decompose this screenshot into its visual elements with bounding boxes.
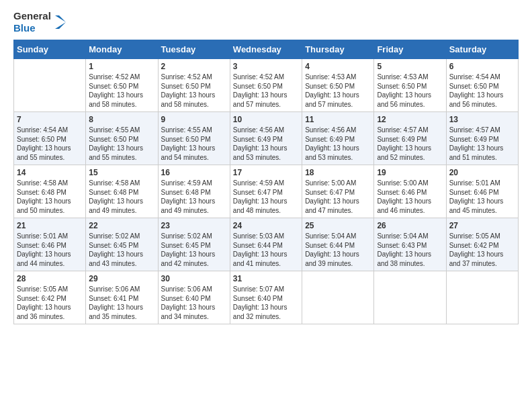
day-number: 29 [89,274,154,283]
day-number: 3 [233,62,299,71]
svg-marker-0 [55,15,66,29]
day-number: 24 [233,221,299,230]
page-container: GeneralBlue SundayMondayTuesdayWednesday… [0,0,532,331]
calendar-cell: 15Sunrise: 4:58 AM Sunset: 6:48 PM Dayli… [86,165,158,218]
week-row-3: 14Sunrise: 4:58 AM Sunset: 6:48 PM Dayli… [14,165,519,218]
day-number: 17 [233,168,299,177]
calendar-cell: 30Sunrise: 5:06 AM Sunset: 6:40 PM Dayli… [158,271,230,324]
calendar-cell: 28Sunrise: 5:05 AM Sunset: 6:42 PM Dayli… [14,271,86,324]
day-number: 11 [305,115,371,124]
calendar-cell: 4Sunrise: 4:53 AM Sunset: 6:50 PM Daylig… [302,59,374,112]
day-number: 31 [233,274,299,283]
calendar-cell: 3Sunrise: 4:52 AM Sunset: 6:50 PM Daylig… [230,59,302,112]
calendar-cell: 22Sunrise: 5:02 AM Sunset: 6:45 PM Dayli… [86,218,158,271]
day-number: 30 [161,274,227,283]
calendar-cell: 31Sunrise: 5:07 AM Sunset: 6:40 PM Dayli… [230,271,302,324]
day-info: Sunrise: 4:55 AM Sunset: 6:50 PM Dayligh… [89,126,154,162]
day-number: 9 [161,115,227,124]
calendar-cell: 20Sunrise: 5:01 AM Sunset: 6:46 PM Dayli… [446,165,518,218]
calendar-cell [446,271,518,324]
day-number: 21 [17,221,83,230]
day-number: 16 [161,168,227,177]
calendar-cell: 2Sunrise: 4:52 AM Sunset: 6:50 PM Daylig… [158,59,230,112]
day-info: Sunrise: 5:05 AM Sunset: 6:42 PM Dayligh… [449,232,515,268]
weekday-header-thursday: Thursday [302,40,374,59]
weekday-header-sunday: Sunday [14,40,86,59]
calendar-cell: 19Sunrise: 5:00 AM Sunset: 6:46 PM Dayli… [374,165,446,218]
header: GeneralBlue [13,10,519,34]
day-number: 26 [377,221,443,230]
day-info: Sunrise: 5:00 AM Sunset: 6:46 PM Dayligh… [377,179,443,215]
day-info: Sunrise: 5:03 AM Sunset: 6:44 PM Dayligh… [233,232,299,268]
logo-chevron-icon [54,10,67,34]
calendar-cell: 21Sunrise: 5:01 AM Sunset: 6:46 PM Dayli… [14,218,86,271]
weekday-header-row: SundayMondayTuesdayWednesdayThursdayFrid… [14,40,519,59]
calendar-cell: 8Sunrise: 4:55 AM Sunset: 6:50 PM Daylig… [86,112,158,165]
day-number: 22 [89,221,154,230]
day-number: 19 [377,168,443,177]
calendar-cell [374,271,446,324]
weekday-header-monday: Monday [86,40,158,59]
day-info: Sunrise: 4:57 AM Sunset: 6:49 PM Dayligh… [449,126,515,162]
day-number: 12 [377,115,443,124]
day-info: Sunrise: 5:07 AM Sunset: 6:40 PM Dayligh… [233,285,299,321]
day-number: 20 [449,168,515,177]
day-info: Sunrise: 4:54 AM Sunset: 6:50 PM Dayligh… [17,126,83,162]
day-number: 13 [449,115,515,124]
day-number: 15 [89,168,154,177]
day-info: Sunrise: 4:56 AM Sunset: 6:49 PM Dayligh… [305,126,371,162]
calendar-cell: 1Sunrise: 4:52 AM Sunset: 6:50 PM Daylig… [86,59,158,112]
calendar-cell: 5Sunrise: 4:53 AM Sunset: 6:50 PM Daylig… [374,59,446,112]
day-number: 28 [17,274,83,283]
day-number: 7 [17,115,83,124]
day-info: Sunrise: 5:02 AM Sunset: 6:45 PM Dayligh… [89,232,154,268]
day-info: Sunrise: 4:59 AM Sunset: 6:48 PM Dayligh… [161,179,227,215]
day-info: Sunrise: 5:01 AM Sunset: 6:46 PM Dayligh… [449,179,515,215]
day-info: Sunrise: 4:59 AM Sunset: 6:47 PM Dayligh… [233,179,299,215]
calendar-cell [14,59,86,112]
calendar-cell: 13Sunrise: 4:57 AM Sunset: 6:49 PM Dayli… [446,112,518,165]
day-info: Sunrise: 5:02 AM Sunset: 6:45 PM Dayligh… [161,232,227,268]
day-number: 18 [305,168,371,177]
calendar-cell: 10Sunrise: 4:56 AM Sunset: 6:49 PM Dayli… [230,112,302,165]
day-info: Sunrise: 5:00 AM Sunset: 6:47 PM Dayligh… [305,179,371,215]
week-row-4: 21Sunrise: 5:01 AM Sunset: 6:46 PM Dayli… [14,218,519,271]
day-info: Sunrise: 5:04 AM Sunset: 6:44 PM Dayligh… [305,232,371,268]
day-info: Sunrise: 4:56 AM Sunset: 6:49 PM Dayligh… [233,126,299,162]
calendar-cell: 17Sunrise: 4:59 AM Sunset: 6:47 PM Dayli… [230,165,302,218]
calendar-cell: 7Sunrise: 4:54 AM Sunset: 6:50 PM Daylig… [14,112,86,165]
day-info: Sunrise: 5:06 AM Sunset: 6:40 PM Dayligh… [161,285,227,321]
day-number: 5 [377,62,443,71]
day-info: Sunrise: 4:53 AM Sunset: 6:50 PM Dayligh… [377,73,443,109]
day-info: Sunrise: 5:05 AM Sunset: 6:42 PM Dayligh… [17,285,83,321]
calendar-cell: 16Sunrise: 4:59 AM Sunset: 6:48 PM Dayli… [158,165,230,218]
day-number: 27 [449,221,515,230]
calendar-cell: 6Sunrise: 4:54 AM Sunset: 6:50 PM Daylig… [446,59,518,112]
calendar-cell: 14Sunrise: 4:58 AM Sunset: 6:48 PM Dayli… [14,165,86,218]
day-number: 8 [89,115,154,124]
calendar-cell: 9Sunrise: 4:55 AM Sunset: 6:50 PM Daylig… [158,112,230,165]
day-number: 1 [89,62,154,71]
calendar-cell: 26Sunrise: 5:04 AM Sunset: 6:43 PM Dayli… [374,218,446,271]
day-info: Sunrise: 4:58 AM Sunset: 6:48 PM Dayligh… [17,179,83,215]
calendar-cell: 27Sunrise: 5:05 AM Sunset: 6:42 PM Dayli… [446,218,518,271]
day-info: Sunrise: 4:57 AM Sunset: 6:49 PM Dayligh… [377,126,443,162]
week-row-5: 28Sunrise: 5:05 AM Sunset: 6:42 PM Dayli… [14,271,519,324]
day-number: 23 [161,221,227,230]
logo: GeneralBlue [13,10,67,34]
calendar-cell: 24Sunrise: 5:03 AM Sunset: 6:44 PM Dayli… [230,218,302,271]
weekday-header-tuesday: Tuesday [158,40,230,59]
calendar-cell: 11Sunrise: 4:56 AM Sunset: 6:49 PM Dayli… [302,112,374,165]
day-info: Sunrise: 5:06 AM Sunset: 6:41 PM Dayligh… [89,285,154,321]
week-row-2: 7Sunrise: 4:54 AM Sunset: 6:50 PM Daylig… [14,112,519,165]
day-number: 6 [449,62,515,71]
day-number: 10 [233,115,299,124]
calendar-cell: 18Sunrise: 5:00 AM Sunset: 6:47 PM Dayli… [302,165,374,218]
day-info: Sunrise: 4:55 AM Sunset: 6:50 PM Dayligh… [161,126,227,162]
weekday-header-saturday: Saturday [446,40,518,59]
day-number: 4 [305,62,371,71]
calendar-cell [302,271,374,324]
calendar-table: SundayMondayTuesdayWednesdayThursdayFrid… [13,40,519,324]
day-info: Sunrise: 5:04 AM Sunset: 6:43 PM Dayligh… [377,232,443,268]
day-number: 14 [17,168,83,177]
